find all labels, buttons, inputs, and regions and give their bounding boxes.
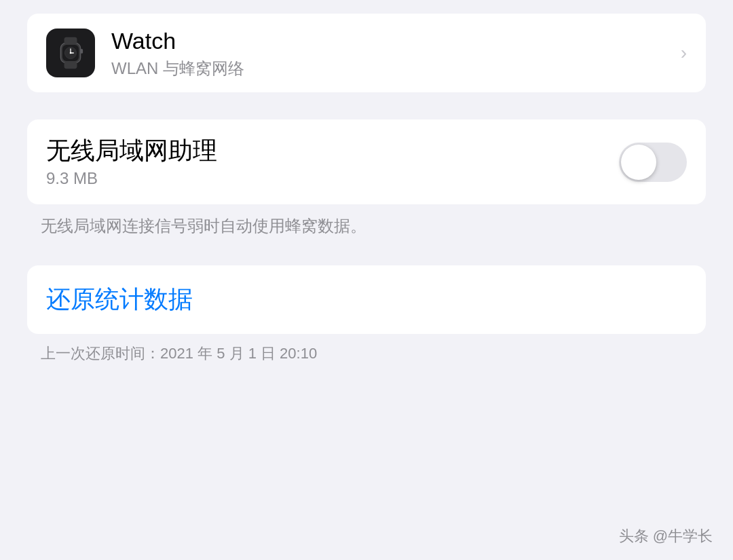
watch-app-subtitle: WLAN 与蜂窝网络 xyxy=(111,58,244,79)
watch-app-left: Watch WLAN 与蜂窝网络 xyxy=(46,27,244,79)
wlan-text-group: 无线局域网助理 9.3 MB xyxy=(46,136,217,188)
last-reset-text: 上一次还原时间：2021 年 5 月 1 日 20:10 xyxy=(27,334,706,365)
page-container: Watch WLAN 与蜂窝网络 › 无线局域网助理 9.3 MB 无线局域网连… xyxy=(0,0,733,560)
wlan-description: 无线局域网连接信号弱时自动使用蜂窝数据。 xyxy=(27,204,706,238)
watch-app-title: Watch xyxy=(111,27,244,55)
spacer-1 xyxy=(27,92,706,119)
svg-rect-2 xyxy=(64,37,77,44)
reset-statistics-card[interactable]: 还原统计数据 xyxy=(27,265,706,334)
wlan-assistant-size: 9.3 MB xyxy=(46,169,217,188)
reset-statistics-link[interactable]: 还原统计数据 xyxy=(46,285,193,313)
spacer-2 xyxy=(27,238,706,265)
svg-rect-3 xyxy=(64,62,77,69)
watch-app-card[interactable]: Watch WLAN 与蜂窝网络 › xyxy=(27,14,706,92)
watermark: 头条 @牛学长 xyxy=(619,526,713,546)
watch-svg-icon xyxy=(54,36,88,70)
watch-app-row[interactable]: Watch WLAN 与蜂窝网络 › xyxy=(27,14,706,92)
watch-text-group: Watch WLAN 与蜂窝网络 xyxy=(111,27,244,79)
wlan-assistant-toggle[interactable] xyxy=(619,143,687,182)
watch-app-icon xyxy=(46,29,95,77)
svg-rect-4 xyxy=(81,49,83,54)
svg-point-8 xyxy=(70,52,72,54)
wlan-assistant-title: 无线局域网助理 xyxy=(46,136,217,165)
chevron-right-icon: › xyxy=(681,42,687,64)
wlan-assistant-card: 无线局域网助理 9.3 MB xyxy=(27,119,706,204)
toggle-knob xyxy=(621,145,656,180)
